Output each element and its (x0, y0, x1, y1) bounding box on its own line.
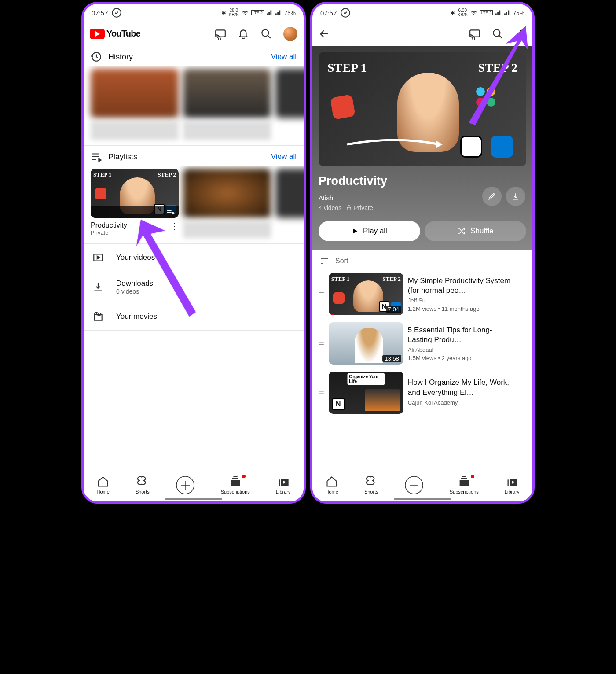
status-bar: 07:57 ✱ 28.0KB/S LTE 2 75% (84, 4, 304, 22)
app-bar: ⋮ (312, 22, 532, 46)
library-icon (506, 475, 518, 488)
history-list[interactable] (84, 66, 304, 145)
phone-left-library: 07:57 ✱ 28.0KB/S LTE 2 75% YouTube (81, 2, 306, 504)
youtube-logo[interactable]: YouTube (90, 29, 140, 39)
playlist-title: Productivity (319, 174, 526, 188)
network-rate: 6.00KB/S (458, 8, 468, 17)
cast-icon[interactable] (469, 28, 480, 40)
more-icon[interactable]: ⋮ (515, 28, 526, 40)
search-icon[interactable] (492, 28, 503, 40)
home-icon (97, 475, 109, 488)
signal-icon-2 (275, 10, 282, 15)
signal-icon-1 (267, 10, 273, 15)
svg-rect-12 (507, 479, 508, 486)
video-row[interactable]: = 13:58 5 Essential Tips for Long-Lastin… (312, 319, 532, 368)
back-icon[interactable] (319, 28, 330, 40)
playlist-hero-thumb[interactable]: STEP 1 STEP 2 N (319, 52, 526, 166)
playlists-section-header: Playlists View all (84, 145, 304, 166)
svg-rect-1 (216, 30, 225, 37)
network-rate: 28.0KB/S (229, 8, 239, 17)
subscriptions-icon (229, 475, 242, 488)
nav-library[interactable]: Library (276, 475, 291, 494)
video-row[interactable]: = Organize Your Life N How I Organize My… (312, 368, 532, 417)
playlists-list[interactable]: STEP 1 STEP 2 N ☰▸ Productivity Private … (84, 166, 304, 243)
battery-text: 75% (513, 10, 524, 16)
nav-shorts[interactable]: Shorts (136, 475, 150, 494)
svg-rect-9 (347, 207, 351, 210)
download-button[interactable] (506, 187, 525, 206)
history-icon (91, 51, 102, 63)
battery-text: 75% (284, 10, 296, 16)
lock-icon: Private (346, 204, 373, 211)
cast-icon[interactable] (215, 28, 226, 40)
playlist-icon (91, 151, 102, 162)
home-icon (326, 475, 338, 488)
downloads-item[interactable]: Downloads 0 videos (84, 271, 304, 303)
phone-right-playlist: 07:57 ✱ 6.00KB/S LTE 2 75% ⋮ STEP 1 STEP… (310, 2, 535, 504)
video-more-icon[interactable]: ⋮ (516, 288, 526, 300)
plus-circle-icon (176, 475, 195, 495)
status-bar: 07:57 ✱ 6.00KB/S LTE 2 75% (312, 4, 532, 22)
shorts-icon (365, 475, 378, 488)
nav-subscriptions[interactable]: Subscriptions (221, 475, 250, 494)
playlists-view-all[interactable]: View all (271, 152, 297, 161)
wifi-icon (242, 10, 249, 16)
playlist-sub: Private (91, 229, 127, 236)
playlist-hero: STEP 1 STEP 2 N Productivity Atish 4 vid… (312, 46, 532, 250)
svg-rect-7 (470, 30, 480, 37)
drag-handle-icon[interactable]: = (319, 288, 324, 300)
volte-icon: LTE 2 (251, 10, 264, 15)
volte-icon: LTE 2 (480, 10, 493, 15)
history-section-header: History View all (84, 46, 304, 66)
plus-circle-icon (404, 475, 424, 495)
nav-home[interactable]: Home (326, 475, 338, 494)
download-icon (92, 281, 104, 293)
avatar[interactable] (283, 27, 297, 41)
library-icon (277, 475, 290, 488)
shorts-icon (136, 475, 149, 488)
signal-icon-1 (495, 10, 502, 15)
bottom-nav: Home Shorts Subscriptions Library (312, 470, 532, 501)
status-time: 07:57 (320, 9, 337, 17)
video-more-icon[interactable]: ⋮ (516, 338, 526, 350)
nav-create[interactable] (404, 475, 424, 495)
play-box-icon (92, 252, 104, 263)
bluetooth-icon: ✱ (221, 10, 226, 16)
signal-icon-2 (504, 10, 510, 15)
movies-item[interactable]: Your movies (84, 303, 304, 331)
playlist-title: Productivity (91, 221, 127, 229)
nav-library[interactable]: Library (505, 475, 520, 494)
svg-point-8 (493, 29, 500, 36)
subscriptions-icon (458, 475, 470, 488)
drag-handle-icon[interactable]: = (319, 338, 324, 349)
alarm-check-icon (111, 7, 122, 18)
wifi-icon (470, 10, 477, 16)
bottom-nav: Home Shorts Subscriptions Library (84, 470, 304, 501)
playlist-count: 4 videos (319, 204, 341, 211)
history-view-all[interactable]: View all (271, 52, 297, 61)
app-bar: YouTube (84, 22, 304, 46)
edit-button[interactable] (482, 187, 502, 206)
svg-point-2 (262, 29, 268, 36)
playlist-card-productivity[interactable]: STEP 1 STEP 2 N ☰▸ Productivity Private … (91, 169, 179, 238)
alarm-check-icon (340, 7, 351, 18)
your-videos-item[interactable]: Your videos (84, 243, 304, 271)
shuffle-button[interactable]: Shuffle (425, 221, 526, 241)
nav-subscriptions[interactable]: Subscriptions (450, 475, 479, 494)
play-all-button[interactable]: Play all (319, 221, 420, 241)
status-time: 07:57 (92, 9, 108, 17)
video-row[interactable]: = STEP 1 STEP 2 N 7:04 My Simple Product… (312, 269, 532, 319)
search-icon[interactable] (260, 28, 272, 40)
more-icon[interactable]: ⋮ (171, 221, 179, 231)
sort-button[interactable]: Sort (312, 250, 532, 269)
nav-create[interactable] (176, 475, 195, 495)
clapper-icon (92, 311, 104, 322)
bell-icon[interactable] (238, 28, 249, 40)
nav-home[interactable]: Home (97, 475, 110, 494)
drag-handle-icon[interactable]: = (319, 387, 324, 398)
bluetooth-icon: ✱ (450, 10, 455, 16)
nav-shorts[interactable]: Shorts (364, 475, 378, 494)
video-more-icon[interactable]: ⋮ (516, 387, 526, 399)
